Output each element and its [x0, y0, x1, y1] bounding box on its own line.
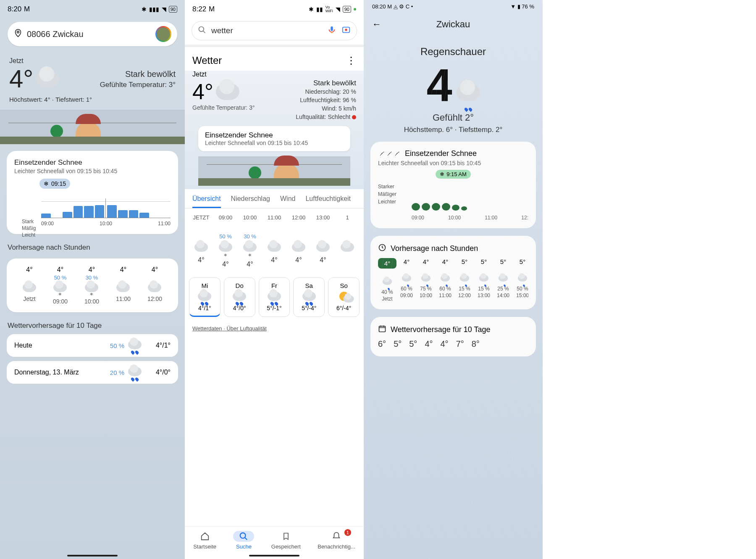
day-cell[interactable]: So6°/-4°	[328, 277, 360, 317]
current-temp: 4°	[192, 79, 255, 104]
day-temp: 6°	[378, 339, 386, 349]
current-temp: 4°	[9, 66, 59, 92]
link-airquality[interactable]: Über Luftqualität	[226, 325, 266, 332]
hourly-cell: 4°30 % ✱ 10:00	[84, 266, 99, 305]
cloud-icon	[216, 83, 239, 100]
svg-point-0	[17, 31, 19, 33]
nav-notifications[interactable]: 1 Benachrichtig...	[318, 531, 355, 550]
profile-avatar[interactable]	[155, 26, 171, 42]
day-temp: 8°	[472, 339, 480, 349]
weather-illustration	[198, 156, 350, 186]
day-cell[interactable]: Fr5°/-1°	[259, 277, 290, 317]
days-card[interactable]: Wettervorhersage für 10 Tage 6°5°5°4°4°7…	[370, 317, 536, 356]
nav-home[interactable]: Startseite	[193, 531, 216, 550]
precip-icon: ⟋⟋⟋	[378, 149, 401, 158]
signal-icon: ▮▮▮	[149, 6, 159, 13]
status-icons: M ◬ ⚙ C •	[387, 3, 413, 10]
bluetooth-icon: ✱	[309, 6, 314, 13]
snowflake-icon: ❄	[44, 180, 49, 187]
tab-humidity[interactable]: Luftfeuchtigkeit	[305, 195, 351, 208]
cloud-icon	[36, 71, 59, 87]
day-cell[interactable]: Sa5°/-4°	[293, 277, 325, 317]
gmail-icon: M	[24, 5, 30, 13]
hourly-strip[interactable]: JETZT 4° 09:0050 % ✱ 4° 10:0030 % ✱ 4° 1…	[185, 208, 364, 274]
notif-badge: 1	[344, 529, 351, 536]
bar	[95, 205, 105, 218]
nav-saved[interactable]: Gespeichert	[271, 531, 301, 550]
hourly-cell: 5° 15 %12:00	[455, 258, 474, 302]
bar	[118, 210, 128, 218]
hourly-cell: 5° 25 %14:00	[494, 258, 512, 302]
location-text: 08066 Zwickau	[27, 29, 151, 39]
now-label: Jetzt	[192, 71, 356, 78]
now-label: Jetzt	[9, 57, 176, 65]
feels-like: Gefühlt 2°	[364, 112, 543, 123]
hourly-cell: 5° 15 %13:00	[475, 258, 493, 302]
bar	[74, 206, 83, 218]
svg-point-5	[240, 533, 246, 538]
status-bar: 08:20 M ◬ ⚙ C • ▼ ▮ 76 %	[364, 0, 543, 13]
tab-overview[interactable]: Übersicht	[192, 195, 221, 208]
snow-alert-card[interactable]: Einsetzender Schnee Leichter Schneefall …	[198, 126, 350, 151]
hourly-cell: 4° 60 %09:00	[397, 258, 416, 302]
gmail-icon: M	[209, 5, 215, 13]
gesture-bar	[249, 555, 299, 556]
tab-precip[interactable]: Niederschlag	[231, 195, 270, 208]
weather-illustration	[0, 110, 185, 144]
nav-search[interactable]: Suche	[233, 531, 254, 550]
hourly-cell: 4° 60 %11:00	[436, 258, 454, 302]
condition-stats: Stark bewölkt Niederschlag: 20 % Luftfeu…	[296, 79, 356, 121]
search-icon	[198, 26, 206, 36]
status-time: 8:20	[8, 5, 21, 13]
snow-alert-card[interactable]: Einsetzender Schnee Leichter Schneefall …	[7, 151, 178, 234]
status-bar: 8:22 M ✱ ▮▮ VoWiFi ◥ 90	[185, 0, 364, 17]
svg-point-4	[345, 29, 347, 31]
city-name: Zwickau	[436, 19, 470, 30]
svg-rect-7	[379, 326, 386, 332]
back-icon[interactable]: ←	[372, 19, 381, 30]
bluetooth-icon: ✱	[142, 6, 147, 13]
location-pill[interactable]: 08066 Zwickau	[8, 22, 177, 46]
snow-alert-card[interactable]: ⟋⟋⟋ Einsetzender Schnee Leichter Schneef…	[370, 142, 536, 228]
search-icon	[233, 531, 254, 542]
hourly-card[interactable]: 4° Jetzt 4°50 % ✱ 09:00 4°30 % ✱ 10:00 4…	[7, 258, 178, 312]
hourly-cell: 1	[335, 214, 360, 268]
day-cell[interactable]: Mi4°/1°	[189, 277, 220, 317]
pane-google-weather: 8:20 M ✱ ▮▮▮ ◥ 90 08066 Zwickau Jetzt 4°…	[0, 0, 185, 559]
condition-text: Stark bewölkt	[100, 69, 176, 79]
battery-level: 90	[343, 6, 351, 13]
header: ← Zwickau	[364, 13, 543, 33]
link-weatherdata[interactable]: Wetterdaten	[192, 325, 222, 332]
precip-chart: Starker Mäßiger Leichter 09:00 10:00 11:…	[378, 183, 528, 221]
lens-icon[interactable]	[341, 25, 351, 36]
search-bar[interactable]: wetter	[192, 21, 357, 40]
hourly-card[interactable]: Vorhersage nach Stunden 4° 40 %Jetzt 4° …	[370, 236, 536, 309]
hourly-cell: 4° 75 %10:00	[417, 258, 435, 302]
mic-icon[interactable]	[327, 25, 336, 36]
wifi-icon: ◥	[336, 6, 340, 13]
status-time: 08:20	[372, 3, 386, 10]
day-row[interactable]: Heute50 % 4°/1°	[7, 334, 178, 357]
day-row[interactable]: Donnerstag, 13. März20 % 4°/0°	[7, 361, 178, 384]
daily-strip[interactable]: Mi4°/1° Do4°/0° Fr5°/-1° Sa5°/-4° So6°/-…	[185, 274, 364, 323]
day-cell[interactable]: Do4°/0°	[224, 277, 255, 317]
pane-pixel-weather: 08:20 M ◬ ⚙ C • ▼ ▮ 76 % ← Zwickau Regen…	[364, 0, 543, 559]
snowflake-icon: ❄	[440, 171, 444, 177]
tab-wind[interactable]: Wind	[280, 195, 295, 208]
aq-indicator-icon	[352, 115, 356, 119]
hourly-cell: 4° 12:00	[147, 266, 162, 305]
bar	[129, 210, 139, 218]
weather-tabs: Übersicht Niederschlag Wind Luftfeuchtig…	[185, 189, 364, 208]
home-icon	[193, 531, 216, 542]
vowifi-icon: VoWiFi	[326, 5, 333, 13]
bar	[139, 213, 149, 218]
more-icon[interactable]: ⋮	[346, 55, 356, 66]
pin-icon	[13, 29, 23, 40]
hourly-cell: 4°50 % ✱ 09:00	[53, 266, 68, 305]
time-chip: ❄9:15 AM	[436, 170, 471, 179]
current-conditions: Jetzt 4° Stark bewölkt Gefühlte Temperat…	[0, 51, 185, 105]
status-bar: 8:20 M ✱ ▮▮▮ ◥ 90	[0, 0, 185, 17]
current-conditions: Jetzt 4° Gefühlte Temperatur: 3° Stark b…	[185, 71, 364, 189]
battery-level: 76 %	[522, 3, 534, 10]
battery-icon: ▮	[517, 3, 520, 10]
